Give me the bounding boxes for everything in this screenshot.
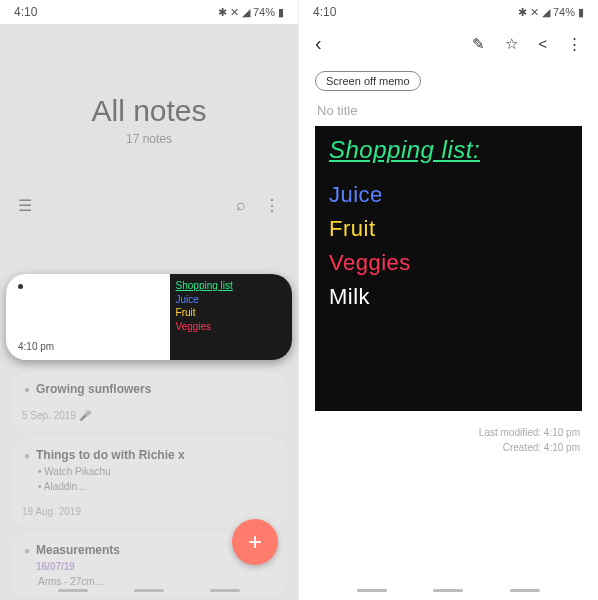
status-bar: 4:10 ✱ ✕ ◢ 74% ▮ <box>0 0 298 24</box>
unread-dot-icon <box>18 284 23 289</box>
drawing-canvas[interactable]: Shopping list: Juice Fruit Veggies Milk <box>315 126 582 411</box>
hand-text: Milk <box>329 284 568 310</box>
clock: 4:10 <box>313 5 336 19</box>
clock: 4:10 <box>14 5 37 19</box>
status-bar: 4:10 ✱ ✕ ◢ 74% ▮ <box>299 0 598 24</box>
nav-home[interactable] <box>433 589 463 592</box>
note-thumbnail: Shopping list Juice Fruit Veggies <box>170 274 292 360</box>
new-note-preview-card[interactable]: 4:10 pm Shopping list Juice Fruit Veggie… <box>6 274 292 360</box>
last-modified: Last modified: 4:10 pm <box>317 425 580 440</box>
edit-icon[interactable]: ✎ <box>472 35 485 53</box>
status-icons: ✱ ✕ ◢ 74% ▮ <box>518 6 584 19</box>
nav-back[interactable] <box>510 589 540 592</box>
system-nav <box>0 580 298 600</box>
detail-toolbar: ‹ ✎ ☆ < ⋮ <box>299 24 598 63</box>
created: Created: 4:10 pm <box>317 440 580 455</box>
notes-list-screen: 4:10 ✱ ✕ ◢ 74% ▮ All notes 17 notes ☰ ⌕ … <box>0 0 299 600</box>
nav-home[interactable] <box>134 589 164 592</box>
nav-recent[interactable] <box>357 589 387 592</box>
add-note-button[interactable]: + <box>232 519 278 565</box>
more-icon[interactable]: ⋮ <box>567 35 582 53</box>
back-icon[interactable]: ‹ <box>315 32 322 55</box>
system-nav <box>299 580 598 600</box>
screen-off-memo-chip[interactable]: Screen off memo <box>315 71 421 91</box>
hand-text: Veggies <box>329 250 568 276</box>
hand-text: Juice <box>329 182 568 208</box>
note-title-placeholder[interactable]: No title <box>299 99 598 126</box>
nav-back[interactable] <box>210 589 240 592</box>
hand-text: Shopping list: <box>329 136 568 164</box>
share-icon[interactable]: < <box>538 35 547 52</box>
status-icons: ✱ ✕ ◢ 74% ▮ <box>218 6 284 19</box>
note-time: 4:10 pm <box>18 341 54 352</box>
favorite-icon[interactable]: ☆ <box>505 35 518 53</box>
nav-recent[interactable] <box>58 589 88 592</box>
note-detail-screen: 4:10 ✱ ✕ ◢ 74% ▮ ‹ ✎ ☆ < ⋮ Screen off me… <box>299 0 598 600</box>
left-content: All notes 17 notes ☰ ⌕ ⋮ 4:10 pm Shoppin… <box>0 24 298 600</box>
note-metadata: Last modified: 4:10 pm Created: 4:10 pm <box>299 411 598 469</box>
hand-text: Fruit <box>329 216 568 242</box>
